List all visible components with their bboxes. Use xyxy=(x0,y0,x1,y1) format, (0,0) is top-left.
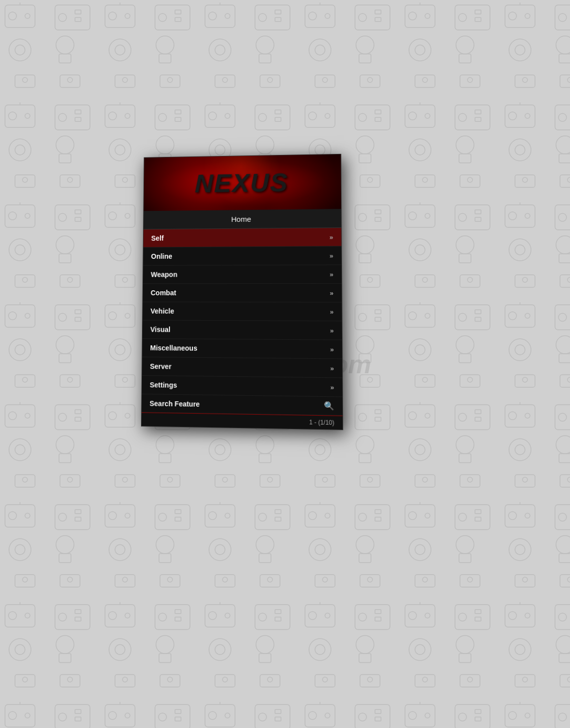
menu-item-label-settings: Settings xyxy=(150,381,177,389)
menu-item-label-combat: Combat xyxy=(150,289,176,297)
menu-item-server[interactable]: Server » xyxy=(142,357,342,378)
menu-item-arrow-weapon: » xyxy=(330,270,333,278)
menu-item-arrow-visual: » xyxy=(330,327,334,334)
menu-item-label-online: Online xyxy=(151,252,172,260)
menu-item-label-weapon: Weapon xyxy=(151,270,178,278)
menu-item-label-server: Server xyxy=(150,362,172,370)
search-feature-label: Search Feature xyxy=(150,399,324,410)
menu-item-arrow-server: » xyxy=(330,364,334,372)
menu-items-list: Self » Online » Weapon » Combat » Vehicl… xyxy=(142,228,342,397)
menu-item-arrow-self: » xyxy=(330,233,333,241)
menu-item-self[interactable]: Self » xyxy=(144,228,342,247)
menu-item-arrow-miscellaneous: » xyxy=(330,345,334,353)
menu-item-label-miscellaneous: Miscellaneous xyxy=(150,344,197,352)
menu-window: NEXUS Home Self » Online » Weapon » Comb… xyxy=(141,154,343,430)
menu-header: NEXUS xyxy=(144,154,341,211)
menu-item-arrow-online: » xyxy=(330,252,333,259)
menu-item-arrow-combat: » xyxy=(330,289,334,296)
menu-item-visual[interactable]: Visual » xyxy=(142,320,342,340)
search-icon: 🔍 xyxy=(324,401,334,411)
menu-logo: NEXUS xyxy=(194,167,288,198)
menu-item-miscellaneous[interactable]: Miscellaneous » xyxy=(142,339,342,359)
menu-item-arrow-settings: » xyxy=(330,383,334,391)
menu-item-label-self: Self xyxy=(151,234,164,242)
menu-item-arrow-vehicle: » xyxy=(330,308,334,315)
menu-item-label-vehicle: Vehicle xyxy=(150,307,174,315)
menu-item-weapon[interactable]: Weapon » xyxy=(143,265,342,284)
menu-item-settings[interactable]: Settings » xyxy=(142,376,342,397)
menu-item-combat[interactable]: Combat » xyxy=(143,284,342,302)
menu-item-label-visual: Visual xyxy=(150,325,170,333)
menu-item-online[interactable]: Online » xyxy=(143,246,342,266)
menu-home-bar: Home xyxy=(144,209,341,229)
menu-item-vehicle[interactable]: Vehicle » xyxy=(142,302,342,321)
menu-footer: 1 - (1/10) xyxy=(142,412,342,429)
